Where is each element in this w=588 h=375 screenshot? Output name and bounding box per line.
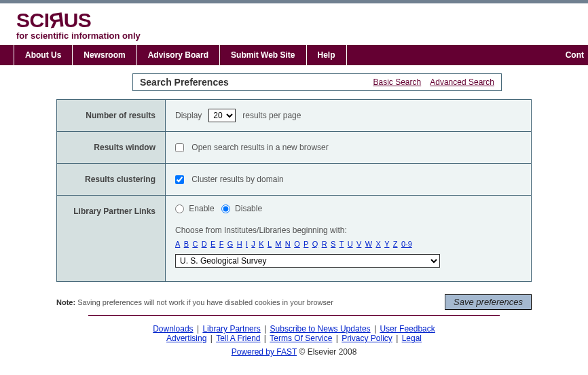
advanced-search-link[interactable]: Advanced Search	[430, 77, 494, 87]
alpha-J[interactable]: J	[251, 240, 255, 248]
results-window-checkbox[interactable]	[175, 143, 184, 152]
nav-help[interactable]: Help	[307, 45, 347, 65]
content-area: Search Preferences Basic Search Advanced…	[0, 65, 588, 363]
alpha-B[interactable]: B	[184, 240, 189, 248]
alpha-X[interactable]: X	[375, 240, 380, 248]
label-library-partner-links: Library Partner Links	[57, 196, 166, 282]
results-per-page-select[interactable]: 20	[208, 109, 236, 122]
alpha-W[interactable]: W	[365, 240, 372, 248]
footer-subscribe[interactable]: Subscribe to News Updates	[270, 324, 371, 334]
nav-submit-web-site[interactable]: Submit Web Site	[220, 45, 306, 65]
tagline: for scientific information only	[16, 31, 588, 41]
footer: Downloads | Library Partners | Subscribe…	[14, 321, 574, 363]
basic-search-link[interactable]: Basic Search	[373, 77, 422, 87]
text-disable: Disable	[235, 204, 262, 213]
alpha-I[interactable]: I	[246, 240, 248, 248]
text-cluster-by-domain: Cluster results by domain	[191, 175, 283, 184]
logo[interactable]: SCIRUS	[16, 9, 588, 32]
save-preferences-button[interactable]: Save preferences	[445, 294, 532, 310]
main-nav: About Us Newsroom Advisory Board Submit …	[0, 45, 588, 65]
alpha-A[interactable]: A	[175, 240, 180, 248]
alpha-U[interactable]: U	[348, 240, 353, 248]
alpha-Q[interactable]: Q	[312, 240, 318, 248]
cell-number-of-results: Display 20 results per page	[166, 100, 532, 132]
footer-divider	[88, 315, 500, 316]
footer-links-row-1: Downloads | Library Partners | Subscribe…	[14, 324, 574, 334]
footer-powered-by-fast[interactable]: Powered by FAST	[232, 347, 297, 357]
footer-library-partners[interactable]: Library Partners	[202, 324, 260, 334]
alpha-E[interactable]: E	[210, 240, 215, 248]
alpha-V[interactable]: V	[356, 240, 361, 248]
alpha-R[interactable]: R	[322, 240, 327, 248]
nav-newsroom[interactable]: Newsroom	[73, 45, 136, 65]
alpha-C[interactable]: C	[192, 240, 198, 248]
cell-library-partner: Enable Disable Choose from Institutes/Li…	[166, 196, 532, 282]
library-enable-radio[interactable]	[175, 204, 184, 213]
footer-downloads[interactable]: Downloads	[153, 324, 193, 334]
library-select[interactable]: U. S. Geological Survey	[175, 254, 440, 268]
alpha-G[interactable]: G	[227, 240, 234, 248]
text-display: Display	[175, 111, 202, 120]
nav-advisory-board[interactable]: Advisory Board	[137, 45, 220, 65]
footer-copyright: Powered by FAST © Elsevier 2008	[14, 347, 574, 357]
text-choose-from: Choose from Institutes/Libraries beginni…	[175, 226, 521, 235]
alpha-K[interactable]: K	[259, 240, 263, 248]
alpha-L[interactable]: L	[268, 240, 272, 248]
text-enable: Enable	[189, 204, 214, 213]
label-results-clustering: Results clustering	[57, 164, 166, 196]
alpha-D[interactable]: D	[202, 240, 207, 248]
cookie-note: Note: Saving preferences will not work i…	[56, 298, 333, 306]
footer-links-row-2: Advertising | Tell A Friend | Terms Of S…	[14, 334, 574, 343]
header: SCIRUS for scientific information only	[0, 3, 588, 45]
footer-advertising[interactable]: Advertising	[166, 334, 206, 343]
alpha-F[interactable]: F	[219, 240, 224, 248]
footer-user-feedback[interactable]: User Feedback	[380, 324, 435, 334]
alpha-Z[interactable]: Z	[393, 240, 398, 248]
alpha-O[interactable]: O	[294, 240, 300, 248]
alpha-P[interactable]: P	[304, 240, 308, 248]
cell-results-clustering: Cluster results by domain	[166, 164, 532, 196]
nav-about-us[interactable]: About Us	[14, 45, 73, 65]
note-row: Note: Saving preferences will not work i…	[56, 294, 532, 310]
clustering-checkbox[interactable]	[175, 175, 184, 184]
alpha-M[interactable]: M	[275, 240, 281, 248]
footer-privacy[interactable]: Privacy Policy	[342, 334, 392, 343]
alpha-N[interactable]: N	[285, 240, 291, 248]
alpha-index-row: A B C D E F G H I J K L M N O P Q	[175, 239, 521, 249]
alpha-0-9[interactable]: 0-9	[401, 240, 412, 248]
text-open-new-browser: Open search results in a new browser	[191, 143, 328, 152]
title-bar: Search Preferences Basic Search Advanced…	[132, 73, 502, 91]
alpha-S[interactable]: S	[331, 240, 335, 248]
footer-tell-a-friend[interactable]: Tell A Friend	[216, 334, 260, 343]
text-results-per-page: results per page	[242, 111, 301, 120]
nav-right-truncated[interactable]: Cont	[566, 45, 588, 65]
footer-legal[interactable]: Legal	[402, 334, 422, 343]
alpha-T[interactable]: T	[339, 240, 344, 248]
cell-results-window: Open search results in a new browser	[166, 132, 532, 164]
label-results-window: Results window	[57, 132, 166, 164]
footer-terms[interactable]: Terms Of Service	[270, 334, 332, 343]
alpha-H[interactable]: H	[237, 240, 242, 248]
preferences-table: Number of results Display 20 results per…	[56, 99, 532, 282]
label-number-of-results: Number of results	[57, 100, 166, 132]
alpha-Y[interactable]: Y	[384, 240, 389, 248]
page-title: Search Preferences	[140, 77, 229, 88]
library-disable-radio[interactable]	[221, 204, 230, 213]
